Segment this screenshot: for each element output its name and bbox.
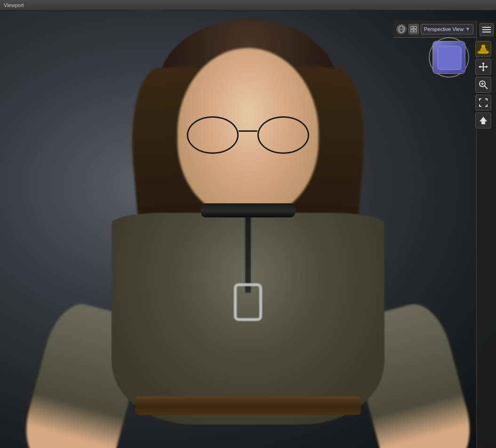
hat-icon [477, 44, 489, 54]
svg-rect-4 [414, 26, 416, 29]
viewport-bg: Perspective View ▼ [0, 10, 496, 448]
svg-rect-5 [411, 30, 413, 32]
nav-cube-svg [433, 41, 466, 74]
glass-left-lens [187, 116, 239, 154]
svg-marker-26 [480, 117, 487, 124]
svg-line-13 [461, 70, 464, 72]
top-toolbar: Perspective View ▼ [393, 21, 476, 38]
home-up-button[interactable] [475, 112, 491, 128]
glasses [182, 114, 314, 152]
svg-point-15 [481, 45, 485, 48]
svg-rect-3 [411, 26, 413, 29]
perspective-view-label: Perspective View [424, 26, 464, 32]
glasses-bridge [239, 130, 257, 132]
character-figure [36, 10, 460, 448]
belt [135, 396, 361, 415]
svg-marker-21 [486, 65, 488, 68]
svg-marker-20 [479, 65, 480, 68]
viewport-container: Viewport [0, 0, 496, 448]
dropdown-arrow-icon: ▼ [465, 26, 470, 32]
svg-line-23 [485, 86, 488, 89]
svg-rect-10 [438, 46, 461, 70]
nav-cube-inner[interactable]: Front [432, 41, 465, 74]
perspective-view-dropdown[interactable]: Perspective View ▼ [421, 24, 473, 34]
svg-line-11 [435, 44, 438, 46]
svg-marker-19 [482, 70, 485, 72]
up-icon [479, 116, 488, 125]
grid-view-button[interactable] [408, 24, 419, 34]
move-icon [479, 62, 488, 72]
zoom-button[interactable] [475, 77, 491, 93]
svg-rect-6 [414, 30, 416, 32]
svg-marker-18 [482, 62, 485, 64]
metal-ring [234, 283, 262, 321]
glass-right-lens [257, 116, 309, 154]
fullscreen-icon [479, 98, 488, 107]
body-area [83, 213, 413, 448]
hamburger-menu-button[interactable] [480, 23, 494, 36]
fullscreen-button[interactable] [475, 95, 491, 111]
search-icon [479, 80, 488, 89]
title-bar: Viewport [0, 0, 496, 10]
collar-strap [245, 208, 251, 293]
move-button[interactable] [475, 59, 491, 75]
shirt [112, 213, 384, 424]
right-toolbar-panel [475, 41, 492, 128]
collar-choker [201, 203, 295, 217]
nav-cube[interactable]: Front [432, 41, 470, 79]
svg-line-12 [461, 44, 464, 46]
hat-button[interactable] [475, 41, 491, 57]
viewport-title: Viewport [4, 2, 24, 8]
render-mode-button[interactable] [396, 24, 407, 34]
